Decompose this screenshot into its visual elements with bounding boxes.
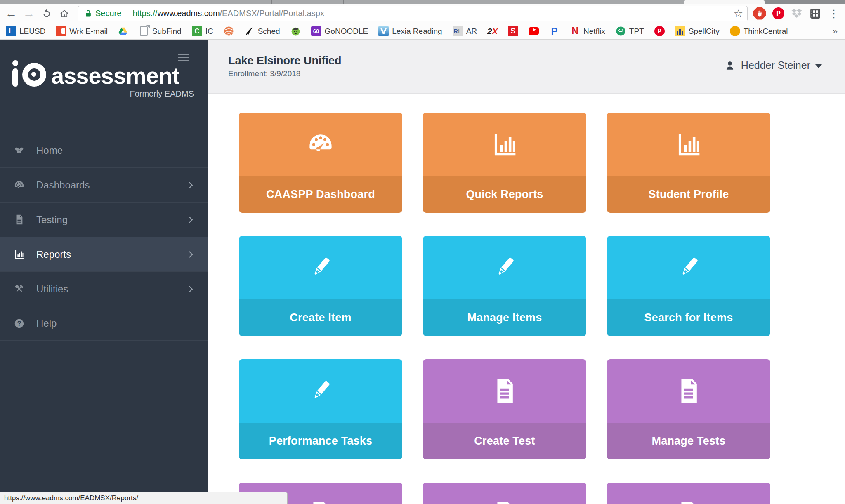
butterfly-icon bbox=[14, 145, 25, 156]
bookmark-gonoodle[interactable]: 60 GoNOODLE bbox=[311, 26, 368, 36]
forward-icon[interactable]: → bbox=[22, 7, 36, 21]
bar-chart-icon bbox=[14, 249, 25, 260]
address-bar[interactable]: Secure https://www.eadms.com/EADMSX/Port… bbox=[78, 6, 748, 21]
bookmark-youtube[interactable] bbox=[529, 26, 539, 36]
pinterest-favicon: P bbox=[654, 26, 665, 36]
tile-label: Search for Items bbox=[644, 311, 733, 324]
main-content: Lake Elsinore Unified Enrollment: 3/9/20… bbox=[208, 40, 845, 504]
tab-divider bbox=[479, 0, 479, 4]
pencil-icon bbox=[307, 377, 335, 405]
back-icon[interactable]: ← bbox=[4, 7, 18, 21]
document-icon bbox=[14, 214, 25, 225]
tab-divider bbox=[124, 0, 124, 4]
bookmark-tpt[interactable]: TPT bbox=[616, 26, 644, 36]
quill-favicon bbox=[244, 26, 255, 36]
sidebar-item-home[interactable]: Home bbox=[0, 133, 208, 167]
office-favicon bbox=[56, 26, 66, 36]
tile-create-item[interactable]: Create Item bbox=[239, 236, 402, 336]
sidebar-item-help[interactable]: Help bbox=[0, 306, 208, 341]
adblock-icon[interactable] bbox=[753, 7, 766, 20]
video-library-icon[interactable] bbox=[809, 7, 821, 20]
sidebar-item-utilities[interactable]: Utilities bbox=[0, 271, 208, 306]
bookmark-subfind[interactable]: SubFind bbox=[139, 26, 182, 36]
page-url: https://www.eadms.com/EADMSX/Portal/Port… bbox=[132, 9, 324, 18]
browser-toolbar: ← → Secure https://www.eadms.com/EADMSX/… bbox=[0, 4, 845, 23]
tile-partial-3[interactable] bbox=[607, 483, 770, 504]
bookmark-sched[interactable]: Sched bbox=[244, 26, 280, 36]
bookmark-google-drive[interactable] bbox=[118, 26, 128, 36]
reload-icon[interactable] bbox=[40, 7, 54, 21]
dropbox-icon[interactable] bbox=[791, 7, 803, 20]
security-label: Secure bbox=[95, 9, 121, 18]
bookmark-lexia[interactable]: Lexia Reading bbox=[378, 26, 442, 36]
page-title: Lake Elsinore Unified bbox=[228, 54, 342, 67]
tab-divider bbox=[623, 0, 623, 4]
browser-menu-icon[interactable]: ⋮ bbox=[828, 7, 840, 20]
tab-divider bbox=[549, 0, 549, 4]
bookmark-2x[interactable]: 2X bbox=[487, 26, 498, 36]
tools-icon bbox=[14, 283, 25, 294]
file-icon bbox=[491, 377, 519, 405]
bookmark-ic[interactable]: C IC bbox=[192, 26, 213, 36]
bookmark-scholastic[interactable]: S bbox=[508, 26, 518, 36]
tile-search-for-items[interactable]: Search for Items bbox=[607, 236, 770, 336]
gauge-icon bbox=[307, 130, 335, 158]
tab-divider bbox=[198, 0, 198, 4]
pencil-icon bbox=[307, 254, 335, 282]
bookmark-leusd[interactable]: L LEUSD bbox=[6, 26, 45, 36]
tile-quick-reports[interactable]: Quick Reports bbox=[423, 113, 586, 213]
tab-divider bbox=[343, 0, 344, 4]
brand-name: assessment bbox=[51, 65, 179, 87]
scholastic-favicon: S bbox=[508, 26, 518, 36]
tile-label: Create Item bbox=[290, 311, 351, 324]
tile-manage-items[interactable]: Manage Items bbox=[423, 236, 586, 336]
tile-student-profile[interactable]: Student Profile bbox=[607, 113, 770, 213]
bookmarks-overflow-chevron[interactable]: » bbox=[833, 26, 838, 37]
bookmark-pandora[interactable]: P bbox=[549, 26, 559, 36]
tile-caaspp-dashboard[interactable]: CAASPP Dashboard bbox=[239, 113, 402, 213]
extension-icons: P ⋮ bbox=[753, 7, 840, 20]
rl-favicon: RL bbox=[453, 26, 463, 36]
spellcity-favicon bbox=[675, 26, 685, 36]
pandora-favicon: P bbox=[549, 26, 559, 36]
chevron-right-icon bbox=[186, 251, 193, 258]
enrollment-date: Enrollment: 3/9/2018 bbox=[228, 69, 342, 78]
bookmark-star-icon[interactable]: ☆ bbox=[734, 7, 743, 20]
sidebar-item-testing[interactable]: Testing bbox=[0, 202, 208, 237]
tile-partial-2[interactable] bbox=[423, 483, 586, 504]
swirl-favicon bbox=[224, 26, 234, 36]
bookmark-netflix[interactable]: N Netflix bbox=[570, 26, 605, 36]
bookmark-swirl[interactable] bbox=[224, 26, 234, 36]
tile-manage-tests[interactable]: Manage Tests bbox=[607, 359, 770, 459]
file-icon bbox=[307, 500, 335, 504]
2x-favicon: 2X bbox=[487, 26, 498, 36]
sidebar-item-reports[interactable]: Reports bbox=[0, 237, 208, 271]
tab-divider bbox=[48, 0, 48, 4]
bookmark-wrk-email[interactable]: Wrk E-mail bbox=[56, 26, 108, 36]
active-tab[interactable] bbox=[684, 0, 765, 4]
tile-label: CAASPP Dashboard bbox=[266, 188, 375, 201]
gauge-icon bbox=[14, 179, 25, 191]
app-logo: assessment Formerly EADMS bbox=[12, 60, 194, 99]
thinkcentral-favicon bbox=[730, 26, 740, 36]
tile-create-test[interactable]: Create Test bbox=[423, 359, 586, 459]
question-icon bbox=[14, 318, 25, 329]
tile-performance-tasks[interactable]: Performance Tasks bbox=[239, 359, 402, 459]
bookmark-pinterest[interactable]: P bbox=[654, 26, 665, 36]
home-icon[interactable] bbox=[57, 7, 71, 21]
user-menu[interactable]: Hedder Steiner bbox=[725, 59, 822, 71]
person-icon bbox=[725, 60, 735, 71]
bookmark-thinkcentral[interactable]: ThinkCentral bbox=[730, 26, 788, 36]
youtube-favicon bbox=[529, 27, 539, 35]
lexia-favicon bbox=[378, 26, 389, 36]
bookmark-spellcity[interactable]: SpellCity bbox=[675, 26, 720, 36]
tpt-favicon bbox=[616, 26, 626, 36]
pinterest-extension-icon[interactable]: P bbox=[772, 7, 784, 20]
sidebar-item-dashboards[interactable]: Dashboards bbox=[0, 167, 208, 202]
bookmarks-bar: L LEUSD Wrk E-mail SubFind C IC Sched 60… bbox=[0, 23, 845, 40]
tile-label: Manage Items bbox=[467, 311, 542, 324]
bookmark-ar[interactable]: RL AR bbox=[453, 26, 477, 36]
bookmark-gonoodle-champ[interactable] bbox=[290, 26, 301, 36]
chevron-right-icon bbox=[186, 286, 193, 292]
tab-strip-right bbox=[765, 0, 845, 4]
